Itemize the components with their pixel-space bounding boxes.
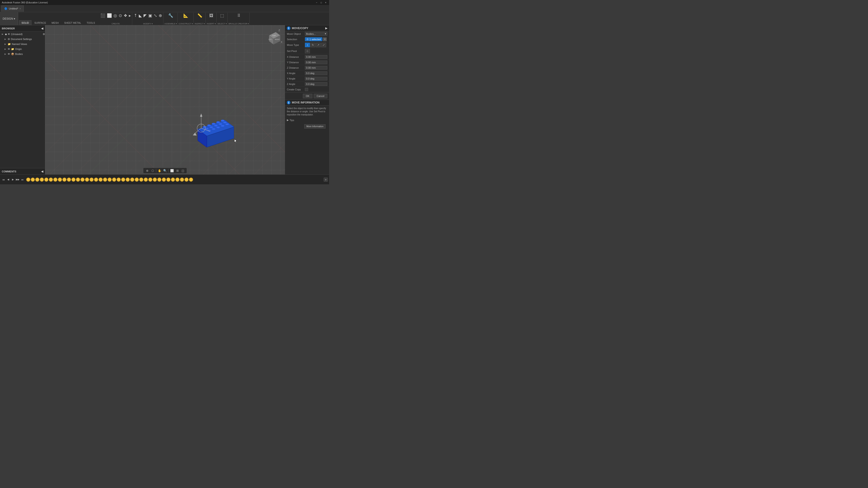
create-more-button[interactable]: ▸ (128, 13, 131, 18)
timeline-marker-4[interactable] (44, 177, 49, 182)
close-button[interactable]: × (324, 1, 327, 4)
timeline-marker-27[interactable] (148, 177, 152, 182)
timeline-marker-19[interactable] (112, 177, 116, 182)
timeline-marker-7[interactable] (58, 177, 62, 182)
free-move-button[interactable]: ↕ (305, 43, 310, 47)
origin-eye-icon[interactable]: 👁 (8, 48, 10, 51)
timeline-marker-8[interactable] (62, 177, 66, 182)
timeline-next-button[interactable]: ▶▶ (16, 177, 20, 182)
scale-button[interactable]: ⤡ (153, 13, 158, 18)
timeline-track[interactable] (26, 176, 322, 183)
timeline-marker-32[interactable] (171, 177, 175, 182)
press-pull-button[interactable]: ⤒ (133, 13, 138, 18)
timeline-marker-0[interactable] (26, 177, 30, 182)
y-angle-input[interactable] (305, 77, 327, 80)
design-dropdown[interactable]: DESIGN ▾ (0, 12, 18, 25)
select-btn[interactable]: ⬚ (219, 13, 225, 18)
timeline-marker-34[interactable] (180, 177, 184, 182)
timeline-marker-24[interactable] (135, 177, 139, 182)
panel-collapse-icon[interactable]: ▶ (325, 27, 327, 30)
tab-mesh[interactable]: MESH (49, 20, 61, 25)
timeline-marker-6[interactable] (53, 177, 57, 182)
more-info-button[interactable]: More Information (304, 124, 326, 129)
tab-surface[interactable]: SURFACE (32, 20, 49, 25)
timeline-rewind-button[interactable]: ⏮ (1, 177, 5, 182)
combine-button[interactable]: ⊕ (158, 13, 163, 18)
timeline-marker-20[interactable] (117, 177, 121, 182)
z-angle-input[interactable] (305, 82, 327, 86)
browser-item-unsaved[interactable]: ▶ ◆ 👁 (Unsaved) ⚙ (0, 32, 45, 37)
new-component-button[interactable]: ⬛ (100, 13, 106, 18)
bodies-eye-icon[interactable]: 👁 (8, 53, 10, 55)
timeline-marker-12[interactable] (81, 177, 85, 182)
timeline-marker-26[interactable] (144, 177, 148, 182)
pattern-button[interactable]: ❖ (123, 13, 128, 18)
revolve-button[interactable]: ◎ (113, 13, 118, 18)
point-to-point-flip-button[interactable]: ⤢ (321, 43, 326, 47)
clear-selection-button[interactable]: × (323, 37, 327, 41)
timeline-marker-29[interactable] (157, 177, 161, 182)
chamfer-button[interactable]: ◤ (143, 13, 147, 18)
x-distance-input[interactable] (305, 55, 327, 59)
insert-btn[interactable]: 🖼 (209, 13, 214, 18)
ok-button[interactable]: OK (303, 94, 312, 98)
view-cube[interactable]: Z TOP RIGHT FRO X (265, 28, 283, 46)
cancel-button[interactable]: Cancel (314, 94, 327, 98)
z-distance-input[interactable] (305, 66, 327, 70)
construct-btn[interactable]: 📐 (183, 13, 189, 18)
browser-item-bodies[interactable]: ▶ 👁 📦 Bodies (0, 52, 45, 57)
hole-button[interactable]: ⊙ (118, 13, 123, 18)
timeline-marker-10[interactable] (71, 177, 75, 182)
view-settings-button[interactable]: ◫ (180, 168, 185, 173)
extrude-button[interactable]: ⬜ (106, 13, 113, 18)
browser-item-doc-settings[interactable]: ▶ ⚙ Document Settings (0, 37, 45, 41)
timeline-marker-2[interactable] (35, 177, 39, 182)
timeline-marker-36[interactable] (189, 177, 193, 182)
timeline-marker-30[interactable] (162, 177, 166, 182)
timeline-marker-15[interactable] (94, 177, 98, 182)
timeline-marker-3[interactable] (40, 177, 44, 182)
timeline-marker-23[interactable] (130, 177, 134, 182)
zoom-button[interactable]: 🔍 (162, 168, 167, 173)
timeline-marker-31[interactable] (166, 177, 170, 182)
timeline-marker-5[interactable] (49, 177, 53, 182)
fillet-button[interactable]: ◣ (138, 13, 143, 18)
timeline-marker-21[interactable] (121, 177, 125, 182)
point-to-point-button[interactable]: ↗ (316, 43, 321, 47)
timeline-marker-11[interactable] (76, 177, 80, 182)
tab-close-icon[interactable]: × (20, 7, 21, 10)
tab-sheet-metal[interactable]: SHEET METAL (62, 20, 84, 25)
timeline-marker-35[interactable] (184, 177, 188, 182)
timeline-marker-33[interactable] (176, 177, 180, 182)
pan-button[interactable]: ✋ (157, 168, 162, 173)
grid-button[interactable]: ⊞ (175, 168, 180, 173)
create-copy-checkbox[interactable] (305, 88, 308, 91)
display-mode-button[interactable]: ⬜ (169, 168, 175, 173)
timeline-marker-13[interactable] (85, 177, 89, 182)
y-distance-input[interactable] (305, 61, 327, 64)
rotate-button[interactable]: ↻ (310, 43, 315, 47)
timeline-marker-18[interactable] (107, 177, 112, 182)
browser-collapse-icon[interactable]: ◀ (41, 27, 43, 30)
timeline-marker-14[interactable] (90, 177, 94, 182)
selection-button[interactable]: ⊙ 1 selected (305, 37, 322, 41)
timeline-add-button[interactable]: + (324, 177, 328, 182)
restore-button[interactable]: □ (320, 1, 323, 4)
comments-collapse-icon[interactable]: ◀ (41, 170, 43, 173)
tab-solid[interactable]: SOLID (19, 20, 31, 25)
new-component-btn2[interactable]: 🔧 (167, 13, 174, 18)
measure-btn[interactable]: 📏 (197, 13, 203, 18)
timeline-marker-25[interactable] (139, 177, 143, 182)
unsaved-settings-icon[interactable]: ⚙ (43, 33, 45, 36)
browser-item-named-views[interactable]: ▶ 📁 Named Views (0, 41, 45, 46)
tab-tools[interactable]: TOOLS (84, 20, 97, 25)
tips-row[interactable]: ▶ Tips (285, 118, 329, 123)
fit-view-button[interactable]: ⬡ (150, 168, 155, 173)
shell-button[interactable]: ▣ (148, 13, 153, 18)
browser-item-origin[interactable]: ▶ 👁 📁 Origin (0, 46, 45, 52)
timeline-marker-22[interactable] (126, 177, 130, 182)
set-pivot-button[interactable]: ⊹ (305, 49, 310, 53)
document-tab[interactable]: 🔵 Untitled* × (1, 5, 24, 12)
minimize-button[interactable]: − (315, 1, 318, 4)
timeline-marker-16[interactable] (98, 177, 103, 182)
